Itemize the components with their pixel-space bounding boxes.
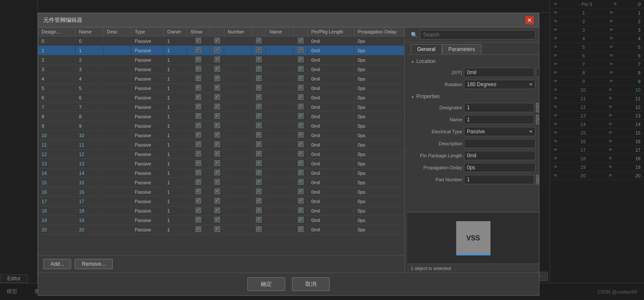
cell-show4[interactable] [294,36,308,46]
checkbox[interactable] [256,198,262,204]
checkbox[interactable] [298,226,304,232]
cell-show2[interactable] [210,178,224,187]
checkbox[interactable] [214,47,220,53]
checkbox[interactable] [256,132,262,138]
cell-show3[interactable] [252,74,266,84]
checkbox[interactable] [298,123,304,128]
cell-show1[interactable] [187,131,210,140]
checkbox[interactable] [196,85,201,90]
checkbox[interactable] [298,207,304,213]
pin-package-input[interactable] [464,151,536,160]
cell-show3[interactable] [252,168,266,178]
part-number-up[interactable]: ▲ [536,175,539,180]
tab-parameters[interactable]: Parameters [442,44,481,54]
checkbox[interactable] [256,217,262,222]
checkbox[interactable] [214,207,220,213]
cell-show2[interactable] [210,168,224,178]
col-show[interactable]: Show [187,27,210,36]
cell-show3[interactable] [252,112,266,121]
name-input[interactable] [464,115,534,124]
table-row[interactable]: 9 9 Passive 1 0mil 0ps [38,121,404,131]
cell-show1[interactable] [187,46,210,55]
cell-show2[interactable] [210,65,224,74]
cell-show4[interactable] [294,216,308,225]
checkbox[interactable] [256,85,262,90]
checkbox[interactable] [196,47,201,53]
cell-show1[interactable] [187,112,210,121]
cell-show3[interactable] [252,187,266,197]
cell-show3[interactable] [252,36,266,46]
cell-show1[interactable] [187,55,210,65]
name-eye-button[interactable]: 👁 [536,115,539,124]
table-row[interactable]: 2 2 Passive 1 0mil 0ps [38,55,404,65]
checkbox[interactable] [196,66,201,72]
checkbox[interactable] [298,94,304,100]
checkbox[interactable] [256,104,262,109]
checkbox[interactable] [196,113,201,119]
cell-show3[interactable] [252,121,266,131]
cell-show3[interactable] [252,46,266,55]
checkbox[interactable] [298,85,304,90]
cell-show2[interactable] [210,197,224,206]
checkbox[interactable] [214,104,220,109]
table-row[interactable]: 10 10 Passive 1 0mil 0ps [38,131,404,140]
cell-show2[interactable] [210,150,224,159]
checkbox[interactable] [214,198,220,204]
cell-show2[interactable] [210,112,224,121]
checkbox[interactable] [256,141,262,147]
col-designator[interactable]: Design... [38,27,75,36]
cancel-button[interactable]: 取消 [292,277,330,291]
designator-input[interactable] [464,103,534,112]
checkbox[interactable] [196,189,201,194]
checkbox[interactable] [214,170,220,175]
col-delay[interactable]: Propagation Delay [354,27,404,36]
cell-show4[interactable] [294,206,308,216]
checkbox[interactable] [196,141,201,147]
checkbox[interactable] [298,132,304,138]
checkbox[interactable] [214,160,220,166]
cell-show4[interactable] [294,121,308,131]
checkbox[interactable] [298,179,304,185]
cell-show4[interactable] [294,55,308,65]
checkbox[interactable] [256,207,262,213]
col-name2[interactable]: Name [266,27,294,36]
cell-show1[interactable] [187,36,210,46]
cell-show1[interactable] [187,140,210,150]
col-show3[interactable] [252,27,266,36]
cell-show4[interactable] [294,187,308,197]
add-button[interactable]: Add... [43,259,71,269]
cell-show1[interactable] [187,65,210,74]
cell-show2[interactable] [210,131,224,140]
table-row[interactable]: 11 11 Passive 1 0mil 0ps [38,140,404,150]
cell-show2[interactable] [210,159,224,168]
checkbox[interactable] [196,179,201,185]
table-row[interactable]: 19 19 Passive 1 0mil 0ps [38,216,404,225]
search-input[interactable] [420,30,536,39]
checkbox[interactable] [196,94,201,100]
col-show4[interactable] [294,27,308,36]
checkbox[interactable] [298,47,304,53]
cell-show3[interactable] [252,206,266,216]
cell-show4[interactable] [294,112,308,121]
cell-show1[interactable] [187,74,210,84]
checkbox[interactable] [256,170,262,175]
cell-show2[interactable] [210,46,224,55]
cell-show4[interactable] [294,102,308,112]
table-row[interactable]: 15 15 Passive 1 0mil 0ps [38,178,404,187]
checkbox[interactable] [298,57,304,62]
cell-show2[interactable] [210,206,224,216]
cell-show3[interactable] [252,55,266,65]
cell-show1[interactable] [187,150,210,159]
checkbox[interactable] [298,113,304,119]
checkbox[interactable] [196,160,201,166]
remove-button[interactable]: Remove... [75,259,113,269]
table-row[interactable]: 4 4 Passive 1 0mil 0ps [38,74,404,84]
cell-show3[interactable] [252,102,266,112]
table-row[interactable]: 20 20 Passive 1 0mil 0ps [38,225,404,234]
cell-show4[interactable] [294,168,308,178]
cell-show2[interactable] [210,121,224,131]
checkbox[interactable] [298,66,304,72]
checkbox[interactable] [256,123,262,128]
cell-show4[interactable] [294,178,308,187]
checkbox[interactable] [298,151,304,156]
